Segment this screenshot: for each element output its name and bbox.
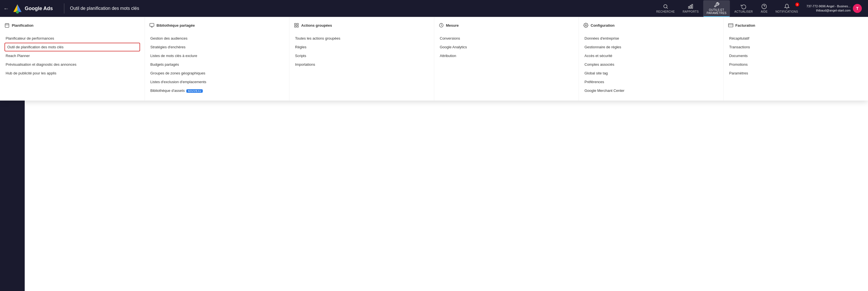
top-nav: ← Google Ads Outil de planification des … [0, 0, 868, 17]
help-icon [761, 4, 767, 9]
google-ads-logo-icon [12, 3, 23, 13]
nav-outils-label: OUTILS ETPARAMÈTRES [707, 8, 726, 14]
refresh-icon [741, 4, 746, 9]
svg-point-2 [16, 10, 19, 13]
search-icon [663, 4, 669, 9]
user-name: 737-772-9696 Angel - Busines... [807, 4, 850, 8]
nav-aide[interactable]: AIDE [757, 2, 771, 15]
nav-notifications[interactable]: 1 NOTIFICATIONS [772, 2, 801, 15]
user-email: thibaud@angel-start.com [807, 8, 850, 12]
svg-rect-6 [690, 5, 691, 8]
user-menu[interactable]: 737-772-9696 Angel - Busines... thibaud@… [804, 2, 865, 14]
bell-icon [784, 4, 790, 9]
nav-divider [64, 3, 64, 13]
nav-rapports[interactable]: RAPPORTS [679, 2, 702, 15]
nav-logo: Google Ads [12, 3, 53, 13]
bar-chart-icon [688, 4, 693, 9]
nav-actualiser-label: ACTUALISER [734, 10, 753, 13]
nav-outils[interactable]: OUTILS ETPARAMÈTRES [703, 0, 730, 17]
notification-badge: 1 [795, 2, 799, 6]
brand-name: Google Ads [25, 6, 53, 11]
nav-recherche-label: RECHERCHE [656, 10, 675, 13]
back-button[interactable]: ← [3, 5, 9, 12]
user-info: 737-772-9696 Angel - Busines... thibaud@… [807, 4, 850, 13]
nav-rapports-label: RAPPORTS [683, 10, 699, 13]
svg-rect-7 [692, 4, 692, 8]
nav-actions: RECHERCHE RAPPORTS OUTILS ETPARAMÈTRES A… [653, 0, 802, 17]
page-title: Outil de planification des mots clés [70, 6, 653, 11]
nav-aide-label: AIDE [761, 10, 768, 13]
svg-point-3 [663, 4, 667, 8]
svg-line-4 [667, 7, 668, 9]
nav-notif-label: NOTIFICATIONS [775, 10, 798, 13]
avatar[interactable]: T [853, 4, 862, 13]
wrench-icon [714, 2, 719, 7]
nav-actualiser[interactable]: ACTUALISER [731, 2, 756, 15]
nav-recherche[interactable]: RECHERCHE [653, 2, 678, 15]
svg-rect-5 [689, 6, 689, 8]
